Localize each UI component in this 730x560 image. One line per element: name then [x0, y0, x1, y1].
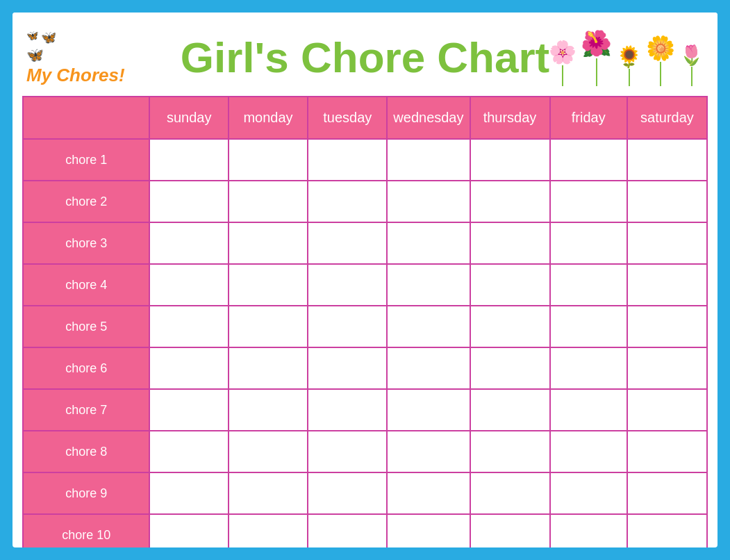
- chore-9-day-4[interactable]: [387, 472, 470, 514]
- chore-9-day-3[interactable]: [308, 472, 387, 514]
- chore-6-day-1[interactable]: [149, 347, 228, 389]
- chore-5-day-3[interactable]: [308, 306, 387, 347]
- chore-7-day-5[interactable]: [470, 389, 550, 431]
- table-row: chore 2: [23, 181, 707, 222]
- chore-10-day-4[interactable]: [387, 514, 470, 547]
- table-row: chore 1: [23, 139, 707, 181]
- tuesday-header: tuesday: [308, 97, 387, 139]
- my-chores-label: My Chores!: [26, 65, 125, 86]
- chore-8-day-6[interactable]: [550, 431, 627, 472]
- chore-7-day-6[interactable]: [550, 389, 627, 431]
- chore-7-day-1[interactable]: [149, 389, 228, 431]
- flower-icon-5: 🌷: [679, 44, 704, 67]
- flower-2: 🌺: [581, 29, 612, 86]
- chore-label-7: chore 7: [23, 389, 149, 431]
- wednesday-header: wednesday: [387, 97, 470, 139]
- chore-10-day-1[interactable]: [149, 514, 228, 547]
- chore-2-day-7[interactable]: [627, 181, 707, 222]
- chore-2-day-1[interactable]: [149, 181, 228, 222]
- stem-1: [562, 65, 563, 86]
- saturday-header: saturday: [627, 97, 707, 139]
- butterfly-icon-2: 🦋: [41, 30, 56, 45]
- chore-7-day-7[interactable]: [627, 389, 707, 431]
- butterfly-icon-3: 🦋: [26, 47, 44, 63]
- chore-3-day-2[interactable]: [229, 222, 308, 264]
- chore-4-day-4[interactable]: [387, 264, 470, 306]
- chart-title: Girl's Chore Chart: [165, 34, 565, 81]
- chore-8-day-2[interactable]: [229, 431, 308, 472]
- chore-6-day-7[interactable]: [627, 347, 707, 389]
- table-row: chore 10: [23, 514, 707, 547]
- chore-label-9: chore 9: [23, 472, 149, 514]
- chore-3-day-4[interactable]: [387, 222, 470, 264]
- chore-4-day-5[interactable]: [470, 264, 550, 306]
- chore-5-day-4[interactable]: [387, 306, 470, 347]
- chore-10-day-5[interactable]: [470, 514, 550, 547]
- chore-5-day-2[interactable]: [229, 306, 308, 347]
- chore-1-day-2[interactable]: [229, 139, 308, 181]
- table-row: chore 5: [23, 306, 707, 347]
- chore-4-day-2[interactable]: [229, 264, 308, 306]
- chore-5-day-5[interactable]: [470, 306, 550, 347]
- chore-10-day-3[interactable]: [308, 514, 387, 547]
- chore-9-day-1[interactable]: [149, 472, 228, 514]
- chore-6-day-2[interactable]: [229, 347, 308, 389]
- chore-10-day-2[interactable]: [229, 514, 308, 547]
- table-container: sunday monday tuesday wednesday thursday…: [13, 96, 717, 547]
- chore-label-2: chore 2: [23, 181, 149, 222]
- table-row: chore 8: [23, 431, 707, 472]
- flower-5: 🌷: [679, 44, 704, 86]
- chore-9-day-5[interactable]: [470, 472, 550, 514]
- chore-10-day-7[interactable]: [627, 514, 707, 547]
- chore-8-day-4[interactable]: [387, 431, 470, 472]
- chore-7-day-3[interactable]: [308, 389, 387, 431]
- chore-3-day-5[interactable]: [470, 222, 550, 264]
- header-left: 🦋 🦋 🦋 My Chores!: [26, 30, 165, 86]
- chore-2-day-6[interactable]: [550, 181, 627, 222]
- chore-1-day-1[interactable]: [149, 139, 228, 181]
- chore-1-day-3[interactable]: [308, 139, 387, 181]
- chore-10-day-6[interactable]: [550, 514, 627, 547]
- sunday-header: sunday: [149, 97, 228, 139]
- chore-3-day-7[interactable]: [627, 222, 707, 264]
- chore-5-day-1[interactable]: [149, 306, 228, 347]
- chore-5-day-7[interactable]: [627, 306, 707, 347]
- chore-3-day-6[interactable]: [550, 222, 627, 264]
- chore-8-day-3[interactable]: [308, 431, 387, 472]
- chore-3-day-3[interactable]: [308, 222, 387, 264]
- chore-9-day-2[interactable]: [229, 472, 308, 514]
- chore-6-day-3[interactable]: [308, 347, 387, 389]
- chore-4-day-6[interactable]: [550, 264, 627, 306]
- chore-3-day-1[interactable]: [149, 222, 228, 264]
- table-row: chore 3: [23, 222, 707, 264]
- chore-8-day-7[interactable]: [627, 431, 707, 472]
- chore-1-day-5[interactable]: [470, 139, 550, 181]
- chore-2-day-4[interactable]: [387, 181, 470, 222]
- chore-6-day-6[interactable]: [550, 347, 627, 389]
- chore-1-day-4[interactable]: [387, 139, 470, 181]
- chore-7-day-4[interactable]: [387, 389, 470, 431]
- chore-label-4: chore 4: [23, 264, 149, 306]
- stem-4: [660, 62, 661, 86]
- chore-1-day-6[interactable]: [550, 139, 627, 181]
- chore-2-day-2[interactable]: [229, 181, 308, 222]
- chore-4-day-1[interactable]: [149, 264, 228, 306]
- header-center: Girl's Chore Chart: [165, 34, 565, 81]
- chore-9-day-7[interactable]: [627, 472, 707, 514]
- friday-header: friday: [550, 97, 627, 139]
- chore-8-day-5[interactable]: [470, 431, 550, 472]
- chore-5-day-6[interactable]: [550, 306, 627, 347]
- monday-header: monday: [229, 97, 308, 139]
- chore-1-day-7[interactable]: [627, 139, 707, 181]
- chore-6-day-5[interactable]: [470, 347, 550, 389]
- chore-9-day-6[interactable]: [550, 472, 627, 514]
- chore-2-day-5[interactable]: [470, 181, 550, 222]
- thursday-header: thursday: [470, 97, 550, 139]
- chore-8-day-1[interactable]: [149, 431, 228, 472]
- chore-2-day-3[interactable]: [308, 181, 387, 222]
- chore-4-day-7[interactable]: [627, 264, 707, 306]
- butterfly-icon-1: 🦋: [26, 30, 38, 45]
- chore-6-day-4[interactable]: [387, 347, 470, 389]
- chore-7-day-2[interactable]: [229, 389, 308, 431]
- chore-4-day-3[interactable]: [308, 264, 387, 306]
